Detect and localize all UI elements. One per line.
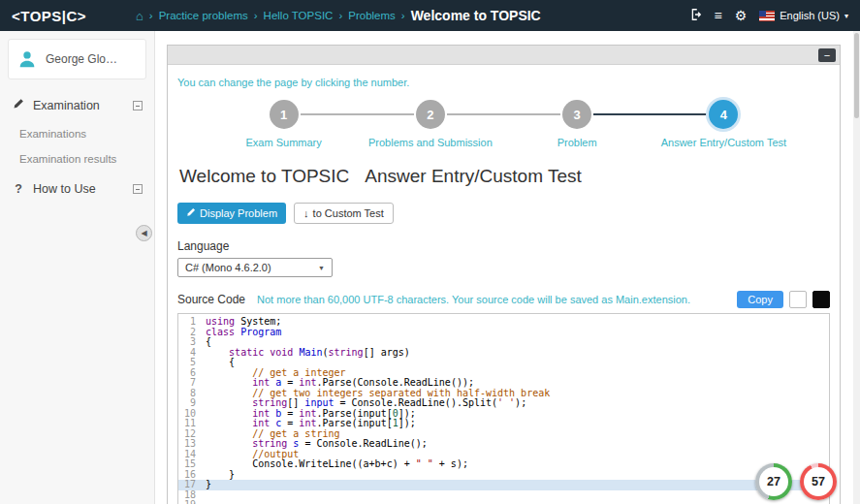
page-title-sub: Answer Entry/Custom Test <box>365 166 582 186</box>
step-4-label: Answer Entry/Custom Test <box>661 137 786 148</box>
step-3-circle[interactable]: 3 <box>562 100 591 129</box>
code-line: 18 <box>178 490 829 501</box>
stepper: 1 Exam Summary 2 Problems and Submission… <box>177 100 830 148</box>
line-number: 9 <box>178 398 206 409</box>
user-name: George Glo… <box>46 52 117 66</box>
code-line: 19 <box>178 500 829 504</box>
timer-ring: 27 <box>755 463 792 500</box>
step-hint-text: You can change the page by clicking the … <box>177 65 830 88</box>
brand-logo[interactable]: <TOPS|C> <box>0 8 136 24</box>
chevron-left-icon: ◀ <box>141 229 146 237</box>
logout-icon[interactable] <box>688 8 702 23</box>
panel-body: You can change the page by clicking the … <box>168 65 840 504</box>
language-block: Language C# (Mono 4.6.2.0) ▼ <box>177 239 830 277</box>
language-selector[interactable]: English (US) ▾ <box>759 10 848 21</box>
step-2-problems-and-submission: 2 Problems and Submission <box>357 100 503 148</box>
user-avatar-icon <box>16 48 38 70</box>
pencil-icon <box>12 98 25 112</box>
page-scrollbar <box>853 31 860 504</box>
line-number: 19 <box>178 500 206 504</box>
gear-icon[interactable]: ⚙ <box>735 9 748 22</box>
timer-value: 27 <box>767 475 780 488</box>
step-1-label: Exam Summary <box>246 137 322 148</box>
main-content: − You can change the page by clicking th… <box>155 31 860 504</box>
breadcrumb-hello-topsic[interactable]: Hello TOPSIC <box>264 10 334 21</box>
dark-theme-swatch[interactable] <box>812 291 830 308</box>
page-scrollbar-thumb[interactable] <box>854 33 859 118</box>
action-buttons: Display Problem ↓ to Custom Test <box>177 203 830 224</box>
language-select[interactable]: C# (Mono 4.6.2.0) ▼ <box>177 258 333 277</box>
timer-value: 57 <box>812 475 825 488</box>
step-1-exam-summary: 1 Exam Summary <box>210 100 357 148</box>
code-line: 16 } <box>178 470 829 481</box>
step-2-label: Problems and Submission <box>368 137 493 148</box>
content-panel: − You can change the page by clicking th… <box>167 45 841 504</box>
breadcrumb-separator-icon: › <box>254 10 258 21</box>
sidebar-collapse-button[interactable]: ◀ <box>136 225 152 241</box>
code-editor[interactable]: 1using System;2class Program3{4 static v… <box>177 313 830 504</box>
light-theme-swatch[interactable] <box>789 291 807 308</box>
sidebar-item-how-to-use[interactable]: ? How to Use <box>0 172 154 205</box>
line-number: 13 <box>178 439 206 450</box>
caret-down-icon: ▾ <box>844 12 848 20</box>
top-navbar: <TOPS|C> ⌂ › Practice problems › Hello T… <box>0 0 860 31</box>
display-problem-label: Display Problem <box>200 207 277 219</box>
timer-group: 27 57 <box>755 463 837 500</box>
code-line: 15 Console.WriteLine((a+b+c) + " " + s); <box>178 459 829 470</box>
step-4-circle[interactable]: 4 <box>709 100 738 129</box>
page-title-main: Welcome to TOPSIC <box>179 166 349 186</box>
line-number: 11 <box>178 419 206 429</box>
timer-ring: 57 <box>800 463 837 500</box>
step-2-circle[interactable]: 2 <box>416 100 445 129</box>
line-number: 1 <box>178 317 206 328</box>
step-1-circle[interactable]: 1 <box>270 100 299 129</box>
sidebar-item-examination-results[interactable]: Examination results <box>0 146 154 172</box>
to-custom-test-label: to Custom Test <box>313 207 384 219</box>
step-3-label: Problem <box>557 137 597 148</box>
us-flag-icon <box>759 11 775 21</box>
line-number: 3 <box>178 337 206 348</box>
page-title: Welcome to TOPSICAnswer Entry/Custom Tes… <box>179 166 830 187</box>
source-code-row: Source Code Not more than 60,000 UTF-8 c… <box>177 291 830 308</box>
step-4-answer-entry: 4 Answer Entry/Custom Test <box>651 100 797 148</box>
line-number: 5 <box>178 358 206 368</box>
source-code-label: Source Code <box>177 293 245 306</box>
breadcrumb-separator-icon: › <box>338 10 342 21</box>
language-label: Language <box>177 239 830 253</box>
select-caret-icon: ▼ <box>318 265 325 271</box>
source-code-note: Not more than 60,000 UTF-8 characters. Y… <box>257 294 690 305</box>
sidebar-item-examinations[interactable]: Examinations <box>0 121 154 146</box>
panel-header: − <box>168 46 840 65</box>
language-select-value: C# (Mono 4.6.2.0) <box>185 262 271 273</box>
sidebar-item-label: How to Use <box>33 182 96 196</box>
code-line: 4 static void Main(string[] args) <box>178 348 829 359</box>
to-custom-test-button[interactable]: ↓ to Custom Test <box>294 203 394 224</box>
menu-icon[interactable]: ≡ <box>715 9 722 22</box>
download-arrow-icon: ↓ <box>303 207 309 219</box>
sidebar: George Glo… Examination Examinations Exa… <box>0 31 155 504</box>
display-problem-button[interactable]: Display Problem <box>177 203 286 224</box>
minimize-panel-button[interactable]: − <box>818 48 836 62</box>
user-card[interactable]: George Glo… <box>8 39 146 79</box>
line-number: 17 <box>178 480 206 490</box>
home-icon[interactable]: ⌂ <box>136 9 143 23</box>
breadcrumb-current-page: Welcome to TOPSIC <box>411 8 541 23</box>
line-number: 15 <box>178 459 206 470</box>
code-line: 17} <box>178 480 829 490</box>
pencil-icon <box>186 207 196 219</box>
breadcrumb-separator-icon: › <box>149 10 153 21</box>
editor-toolbar: Copy <box>737 291 830 308</box>
breadcrumb-problems[interactable]: Problems <box>348 10 396 21</box>
code-line: 2class Program <box>178 328 829 338</box>
sidebar-item-examination[interactable]: Examination <box>0 87 154 121</box>
breadcrumb-practice-problems[interactable]: Practice problems <box>159 10 248 21</box>
collapse-section-icon[interactable] <box>133 101 143 110</box>
question-icon: ? <box>12 182 25 196</box>
copy-button[interactable]: Copy <box>737 291 783 308</box>
collapse-section-icon[interactable] <box>133 184 143 194</box>
breadcrumb: ⌂ › Practice problems › Hello TOPSIC › P… <box>136 8 688 23</box>
step-3-problem: 3 Problem <box>504 100 651 148</box>
breadcrumb-separator-icon: › <box>401 10 405 21</box>
sidebar-item-label: Examination <box>33 99 100 112</box>
line-number: 7 <box>178 378 206 389</box>
